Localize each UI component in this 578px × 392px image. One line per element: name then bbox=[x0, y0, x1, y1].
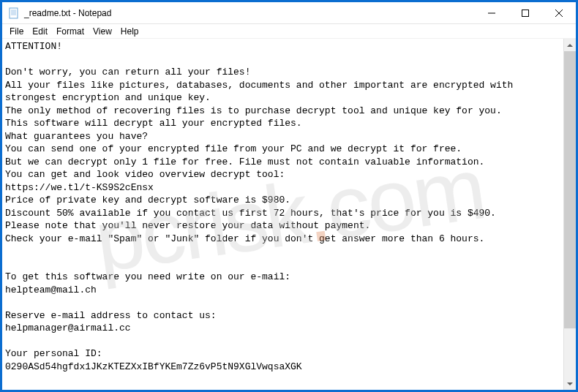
menu-view[interactable]: View bbox=[89, 25, 116, 38]
window-title: _readme.txt - Notepad bbox=[24, 8, 475, 18]
chevron-down-icon bbox=[567, 382, 573, 385]
scroll-track[interactable] bbox=[564, 51, 576, 377]
maximize-button[interactable] bbox=[508, 2, 542, 23]
titlebar: _readme.txt - Notepad bbox=[2, 2, 576, 24]
content-area: ATTENTION! Don't worry, you can return a… bbox=[2, 39, 576, 390]
notepad-icon bbox=[8, 7, 20, 19]
scroll-up-button[interactable] bbox=[564, 39, 576, 51]
maximize-icon bbox=[522, 10, 529, 17]
text-editor[interactable]: ATTENTION! Don't worry, you can return a… bbox=[2, 39, 563, 390]
chevron-up-icon bbox=[567, 44, 573, 47]
menu-format[interactable]: Format bbox=[52, 25, 89, 38]
notepad-window: _readme.txt - Notepad File Edit bbox=[0, 0, 578, 392]
scroll-thumb[interactable] bbox=[564, 51, 576, 328]
menu-help[interactable]: Help bbox=[116, 25, 143, 38]
close-icon bbox=[555, 10, 563, 17]
close-button[interactable] bbox=[542, 2, 576, 23]
menubar: File Edit Format View Help bbox=[2, 24, 576, 39]
window-controls bbox=[475, 2, 576, 23]
minimize-button[interactable] bbox=[475, 2, 508, 23]
vertical-scrollbar[interactable] bbox=[563, 39, 576, 390]
menu-file[interactable]: File bbox=[5, 25, 28, 38]
menu-edit[interactable]: Edit bbox=[28, 25, 52, 38]
svg-rect-6 bbox=[522, 10, 529, 16]
minimize-icon bbox=[488, 10, 495, 17]
scroll-down-button[interactable] bbox=[564, 377, 576, 390]
